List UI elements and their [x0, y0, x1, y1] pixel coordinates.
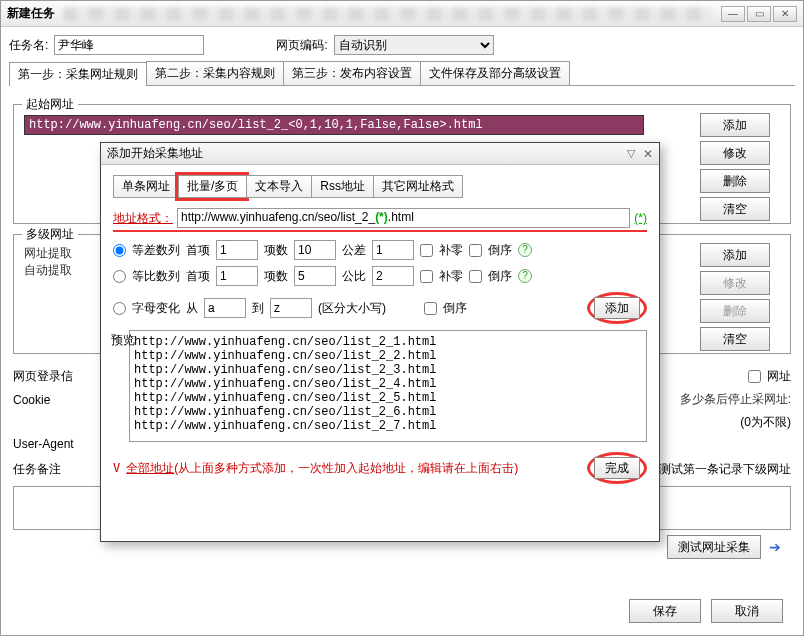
multi-edit-button[interactable]: 修改	[700, 271, 770, 295]
main-tabs: 第一步：采集网址规则 第二步：采集内容规则 第三步：发布内容设置 文件保存及部分…	[9, 61, 795, 86]
dialog-title: 添加开始采集地址	[107, 145, 627, 162]
expand-icon[interactable]: V	[113, 461, 120, 475]
encoding-label: 网页编码:	[276, 37, 327, 54]
addr-format-input[interactable]: http://www.yinhuafeng.cn/seo/list_2_(*).…	[177, 208, 630, 228]
arrow-icon[interactable]: ➔	[769, 539, 781, 555]
geo-count-input[interactable]	[294, 266, 336, 286]
start-add-button[interactable]: 添加	[700, 113, 770, 137]
dialog-tabs: 单条网址 批量/多页 文本导入 Rss地址 其它网址格式	[113, 175, 647, 198]
geo-ratio-input[interactable]	[372, 266, 414, 286]
main-title: 新建任务	[7, 5, 55, 22]
preview-label: 预览	[111, 332, 135, 349]
multi-delete-button[interactable]: 删除	[700, 299, 770, 323]
tab-step2[interactable]: 第二步：采集内容规则	[146, 61, 284, 85]
geo-first-input[interactable]	[216, 266, 258, 286]
dlg-tab-other[interactable]: 其它网址格式	[373, 175, 463, 198]
encoding-select[interactable]: 自动识别	[334, 35, 494, 55]
tab-step4[interactable]: 文件保存及部分高级设置	[420, 61, 570, 85]
arith-first-input[interactable]	[216, 240, 258, 260]
done-button[interactable]: 完成	[594, 457, 640, 479]
mode-letter-radio[interactable]	[113, 302, 126, 315]
letter-to-input[interactable]	[270, 298, 312, 318]
dlg-tab-single[interactable]: 单条网址	[113, 175, 179, 198]
minimize-button[interactable]: —	[721, 6, 745, 22]
maximize-button[interactable]: ▭	[747, 6, 771, 22]
cookie-label: Cookie	[13, 393, 50, 407]
preview-list[interactable]: http://www.yinhuafeng.cn/seo/list_2_1.ht…	[129, 330, 647, 442]
add-url-dialog: 添加开始采集地址 ▽ ✕ 单条网址 批量/多页 文本导入 Rss地址 其它网址格…	[100, 142, 660, 542]
toolbar-blur	[63, 7, 713, 21]
arith-help-icon[interactable]: ?	[518, 243, 532, 257]
taskname-input[interactable]	[54, 35, 204, 55]
geo-rev-checkbox[interactable]	[469, 270, 482, 283]
arith-pad-checkbox[interactable]	[420, 244, 433, 257]
ua-label: User-Agent	[13, 437, 74, 451]
start-url-display[interactable]: http://www.yinhuafeng.cn/seo/list_2_<0,1…	[24, 115, 644, 135]
taskname-label: 任务名:	[9, 37, 48, 54]
start-clear-button[interactable]: 清空	[700, 197, 770, 221]
dialog-dropdown-icon[interactable]: ▽	[627, 147, 635, 160]
geo-pad-checkbox[interactable]	[420, 270, 433, 283]
main-titlebar: 新建任务 — ▭ ✕	[1, 1, 803, 27]
close-button[interactable]: ✕	[773, 6, 797, 22]
arith-diff-input[interactable]	[372, 240, 414, 260]
dialog-titlebar: 添加开始采集地址 ▽ ✕	[101, 143, 659, 165]
arith-count-input[interactable]	[294, 240, 336, 260]
mode-arithmetic-radio[interactable]	[113, 244, 126, 257]
multi-clear-button[interactable]: 清空	[700, 327, 770, 351]
tab-step1[interactable]: 第一步：采集网址规则	[9, 62, 147, 86]
dialog-add-button[interactable]: 添加	[594, 297, 640, 319]
url-checkbox[interactable]	[748, 370, 761, 383]
group-multi-title: 多级网址	[22, 226, 78, 243]
start-edit-button[interactable]: 修改	[700, 141, 770, 165]
mode-geometric-radio[interactable]	[113, 270, 126, 283]
addr-format-label: 地址格式：	[113, 210, 173, 227]
start-delete-button[interactable]: 删除	[700, 169, 770, 193]
remark-label: 任务备注	[13, 461, 61, 478]
group-start-title: 起始网址	[22, 96, 78, 113]
test-collect-button[interactable]: 测试网址采集	[667, 535, 761, 559]
save-button[interactable]: 保存	[629, 599, 701, 623]
geo-help-icon[interactable]: ?	[518, 269, 532, 283]
dlg-tab-rss[interactable]: Rss地址	[311, 175, 374, 198]
tab-step3[interactable]: 第三步：发布内容设置	[283, 61, 421, 85]
dialog-close-icon[interactable]: ✕	[643, 147, 653, 161]
arith-rev-checkbox[interactable]	[469, 244, 482, 257]
letter-rev-checkbox[interactable]	[424, 302, 437, 315]
cancel-button[interactable]: 取消	[711, 599, 783, 623]
login-label: 网页登录信	[13, 368, 73, 385]
dlg-tab-import[interactable]: 文本导入	[246, 175, 312, 198]
wildcard-link[interactable]: (*)	[634, 211, 647, 225]
letter-from-input[interactable]	[204, 298, 246, 318]
dlg-tab-batch[interactable]: 批量/多页	[178, 175, 247, 198]
multi-add-button[interactable]: 添加	[700, 243, 770, 267]
